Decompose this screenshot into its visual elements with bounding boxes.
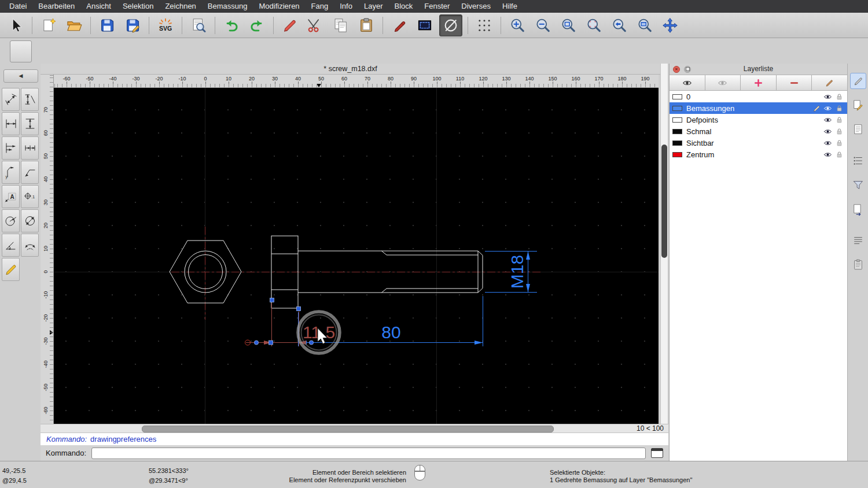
menu-item-datei[interactable]: Datei [3, 0, 32, 13]
layer-visibility-icon[interactable] [823, 150, 832, 159]
drawing-canvas[interactable]: 80 M18 11.5 [54, 88, 659, 424]
dock-pen-button[interactable] [850, 73, 866, 89]
zoom-out-button[interactable] [532, 15, 554, 36]
attributes-button[interactable] [388, 15, 410, 36]
layer-row-sichtbar[interactable]: Sichtbar [670, 137, 847, 149]
dimension-aligned-button[interactable] [2, 88, 20, 111]
command-detach-button[interactable] [651, 448, 663, 458]
tab-zoom-icon[interactable] [57, 65, 64, 73]
hide-all-layers-button[interactable] [705, 75, 741, 90]
undo-button[interactable] [220, 15, 242, 36]
dimension-arc-button[interactable] [21, 234, 39, 257]
ruler-horizontal: -60-50-40-30-20-100102030405060708090100… [54, 75, 659, 88]
dimension-angular-button[interactable] [2, 234, 20, 257]
menu-item-block[interactable]: Block [388, 0, 418, 13]
dock-page-pen-button[interactable] [850, 97, 866, 113]
print-preview-button[interactable] [187, 15, 209, 36]
dimension-baseline-button[interactable] [2, 136, 20, 160]
zoom-redraw-button[interactable] [583, 15, 605, 36]
copy-button[interactable] [330, 15, 352, 36]
selection-window-button[interactable] [414, 15, 436, 36]
menu-item-fang[interactable]: Fang [306, 0, 334, 13]
dimension-linear-button[interactable] [21, 88, 39, 111]
remove-layer-button[interactable] [777, 75, 812, 90]
vertical-scrollbar[interactable] [660, 64, 668, 432]
open-file-button[interactable] [63, 15, 85, 36]
dock-clipboard-button[interactable] [850, 257, 866, 273]
dimension-horizontal-button[interactable] [2, 112, 20, 135]
layer-lock-icon[interactable] [835, 127, 844, 136]
pointer-tool-button[interactable] [10, 40, 32, 62]
dimension-ordinate-button[interactable]: y [2, 161, 20, 184]
pan-button[interactable] [659, 15, 681, 36]
add-layer-button[interactable] [741, 75, 777, 90]
save-file-button[interactable] [96, 15, 118, 36]
dimension-label-button[interactable]: A [2, 185, 20, 208]
edit-entity-button[interactable] [279, 15, 301, 36]
redo-button[interactable] [246, 15, 268, 36]
draft-mode-button[interactable] [439, 14, 462, 36]
dim-80-text[interactable]: 80 [381, 323, 400, 342]
layer-row-defpoints[interactable]: Defpoints [670, 114, 847, 125]
menu-item-modifizieren[interactable]: Modifizieren [253, 0, 306, 13]
dimension-leader-button[interactable] [21, 161, 39, 184]
dimension-continue-button[interactable] [21, 136, 39, 160]
dim-m18-text[interactable]: M18 [507, 255, 527, 289]
save-file-as-button[interactable] [122, 15, 144, 36]
dock-lines-button[interactable] [850, 232, 866, 249]
menu-item-bemassung[interactable]: Bemassung [202, 0, 253, 13]
layer-visibility-icon[interactable] [823, 127, 832, 136]
menu-item-diverses[interactable]: Diverses [455, 0, 496, 13]
grid-toggle-button[interactable] [473, 15, 495, 36]
edit-layer-button[interactable] [812, 75, 847, 90]
dock-page-button[interactable] [850, 121, 866, 138]
layer-visibility-icon[interactable] [823, 139, 832, 147]
new-file-button[interactable] [38, 15, 60, 36]
layer-row-schmal[interactable]: Schmal [670, 125, 847, 137]
menu-item-bearbeiten[interactable]: Bearbeiten [32, 0, 80, 13]
command-input[interactable] [91, 448, 646, 459]
layer-visibility-icon[interactable] [823, 116, 832, 124]
layer-row-0[interactable]: 0 [670, 91, 847, 102]
show-all-layers-button[interactable] [670, 75, 705, 90]
layer-visibility-icon[interactable] [823, 104, 832, 113]
dimension-leader-pen-button[interactable] [2, 258, 20, 281]
zoom-window-button[interactable] [634, 15, 656, 36]
horizontal-scrollbar-thumb[interactable] [142, 426, 554, 432]
layer-row-zentrum[interactable]: Zentrum [670, 149, 847, 160]
menu-item-ansicht[interactable]: Ansicht [80, 0, 117, 13]
paste-button[interactable] [355, 15, 377, 36]
zoom-previous-button[interactable] [608, 15, 630, 36]
cut-button[interactable] [304, 15, 326, 36]
vertical-scrollbar-thumb[interactable] [661, 145, 667, 258]
dock-filter-button[interactable] [850, 177, 866, 193]
tab-close-icon[interactable] [45, 65, 53, 73]
menu-item-zeichnen[interactable]: Zeichnen [159, 0, 201, 13]
svg-export-button[interactable]: SVG [155, 15, 176, 36]
dimension-radial-button[interactable] [2, 209, 20, 232]
pointer-tool-button[interactable] [5, 15, 27, 36]
menu-item-hilfe[interactable]: Hilfe [496, 0, 523, 13]
dimension-vertical-button[interactable] [21, 112, 39, 135]
menu-item-info[interactable]: Info [334, 0, 358, 13]
layer-visibility-icon[interactable] [823, 93, 832, 101]
layer-lock-icon[interactable] [835, 150, 844, 159]
dimension-diametric-button[interactable] [21, 209, 39, 232]
zoom-auto-button[interactable] [557, 15, 579, 36]
menu-item-layer[interactable]: Layer [358, 0, 389, 13]
zoom-in-button[interactable] [506, 15, 528, 36]
coordinate-display: 49,-25.5 @29,4.5 [2, 466, 27, 486]
layer-lock-icon[interactable] [835, 93, 844, 101]
palette-collapse-button[interactable]: ◀ [3, 69, 38, 83]
dock-page-arrow-button[interactable] [850, 201, 866, 217]
menu-item-fenster[interactable]: Fenster [418, 0, 455, 13]
horizontal-scrollbar[interactable]: 10 < 100 [41, 424, 668, 432]
menu-item-selektion[interactable]: Selektion [117, 0, 159, 13]
layer-row-bemassungen[interactable]: Bemassungen [670, 102, 847, 114]
dock-list-button[interactable] [850, 153, 866, 169]
layer-lock-icon[interactable] [835, 139, 844, 147]
svg-export-icon: SVG [157, 17, 174, 34]
dimension-tolerance-button[interactable]: .1 [21, 185, 39, 208]
layer-lock-icon[interactable] [835, 104, 844, 113]
layer-lock-icon[interactable] [835, 116, 844, 124]
